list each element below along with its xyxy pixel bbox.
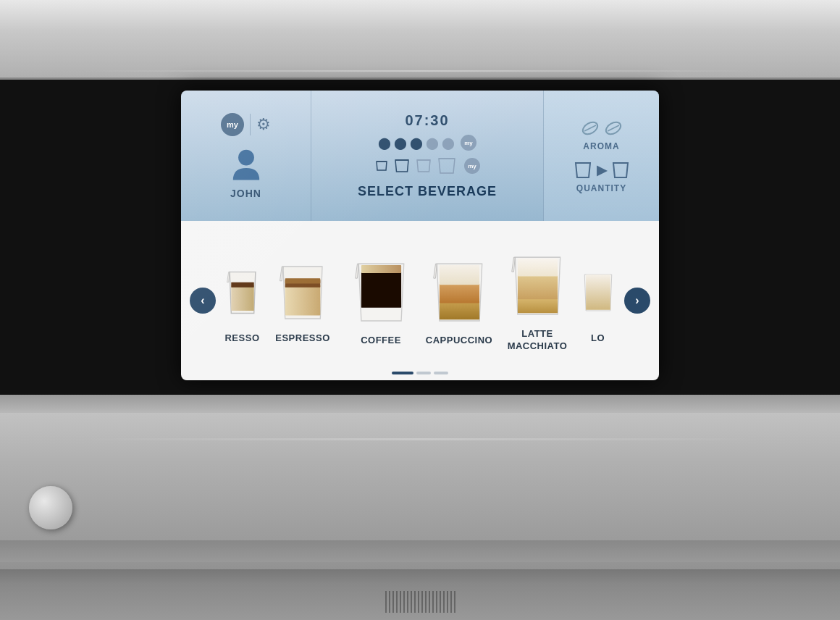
- coffee-bean-icon-2: [603, 118, 623, 138]
- beverage-item-latte-macchiato[interactable]: LATTEMACCHIATO: [498, 221, 576, 380]
- time-display: 07:30: [405, 112, 449, 129]
- bottom-vent: [0, 584, 840, 620]
- panel-divider: [250, 114, 251, 135]
- beverage-name-espresso: ESPRESSO: [275, 332, 330, 345]
- chrome-knob: [29, 486, 72, 529]
- bean-4: ⬤: [426, 136, 439, 150]
- center-panel: 07:30 ⬤ ⬤ ⬤ ⬤ ⬤ my: [311, 91, 543, 221]
- display-housing: my ⚙ JOHN 07:30: [0, 80, 840, 395]
- beverage-name-cappuccino: CAPPUCCINO: [426, 335, 492, 347]
- bean-3: ⬤: [410, 136, 423, 150]
- my-badge[interactable]: my: [221, 113, 244, 136]
- cup-size-row: my: [374, 156, 480, 175]
- user-icon-area: JOHN: [228, 147, 264, 199]
- svg-rect-20: [517, 275, 557, 299]
- carousel-prev-button[interactable]: ‹: [190, 288, 216, 314]
- user-avatar-icon: [228, 147, 264, 183]
- quantity-cups-display: ▶: [574, 160, 630, 180]
- carousel-next-button[interactable]: ›: [624, 288, 650, 314]
- beverage-name-coffee: COFFEE: [361, 335, 401, 347]
- svg-rect-18: [439, 265, 479, 285]
- aroma-dots: ⬤ ⬤ ⬤ ⬤ ⬤ my: [378, 135, 476, 151]
- beverages-list: RESSO: [181, 221, 659, 380]
- aroma-my-badge: my: [461, 135, 476, 151]
- screen: my ⚙ JOHN 07:30: [181, 91, 659, 380]
- beverage-item-coffee[interactable]: COFFEE: [342, 221, 420, 380]
- cup-espresso-icon: [274, 260, 332, 325]
- right-panel: AROMA ▶: [543, 91, 659, 221]
- cup-resso-icon: [224, 260, 261, 325]
- cup-xl-icon[interactable]: [437, 156, 457, 175]
- svg-rect-9: [231, 285, 253, 311]
- svg-rect-14: [361, 272, 400, 308]
- beverage-name-latte-macchiato: LATTEMACCHIATO: [508, 328, 568, 353]
- svg-rect-10: [231, 282, 253, 288]
- scroll-dot-2: [416, 372, 431, 374]
- cup-my-badge: my: [464, 158, 480, 174]
- user-name: JOHN: [230, 188, 261, 199]
- scroll-indicator: [392, 372, 448, 374]
- lower-top-edge: [0, 395, 840, 413]
- user-panel-top: my ⚙: [221, 113, 271, 136]
- beverage-name-resso: RESSO: [224, 332, 259, 345]
- svg-rect-16: [439, 301, 479, 319]
- lower-line-1: [84, 438, 756, 440]
- svg-point-0: [238, 149, 254, 165]
- bean-5: ⬤: [442, 136, 455, 150]
- select-beverage-label: SELECT BEVERAGE: [358, 184, 497, 199]
- beverage-item-lo[interactable]: LO: [576, 221, 619, 380]
- beverage-item-espresso[interactable]: ESPRESSO: [264, 221, 342, 380]
- svg-rect-13: [285, 278, 321, 283]
- svg-rect-21: [517, 259, 557, 276]
- beverage-item-cappuccino[interactable]: CAPPUCCINO: [420, 221, 498, 380]
- machine-top-bar: [0, 0, 840, 80]
- bean-1: ⬤: [378, 136, 391, 150]
- beverage-name-lo: LO: [591, 332, 605, 345]
- lower-detail-bar2: [0, 569, 840, 584]
- svg-rect-19: [517, 298, 557, 313]
- aroma-label: AROMA: [583, 141, 619, 151]
- coffee-bean-icon-1: [580, 118, 600, 138]
- machine-body: my ⚙ JOHN 07:30: [0, 0, 840, 620]
- cup-lo-icon: [580, 260, 616, 325]
- cup-cappuccino-icon: [429, 259, 490, 327]
- aroma-beans: [580, 118, 623, 138]
- machine-lower-body: [0, 395, 840, 620]
- cup-large-icon[interactable]: [415, 158, 432, 174]
- svg-rect-22: [586, 275, 610, 310]
- quantity-label: QUANTITY: [576, 183, 626, 193]
- quantity-cup-icon: [574, 160, 592, 180]
- gear-icon[interactable]: ⚙: [256, 115, 271, 134]
- quantity-section: ▶ QUANTITY: [574, 160, 630, 193]
- quantity-arrow: ▶: [597, 162, 607, 178]
- bean-2: ⬤: [394, 136, 407, 150]
- user-panel: my ⚙ JOHN: [181, 91, 311, 221]
- quantity-double-cup-icon: [611, 160, 630, 180]
- aroma-section: AROMA: [580, 118, 623, 151]
- cup-latte-icon: [507, 252, 568, 321]
- svg-rect-15: [361, 265, 400, 273]
- cup-medium-icon[interactable]: [393, 158, 411, 174]
- cup-small-icon[interactable]: [374, 159, 389, 173]
- beverage-carousel: ‹: [181, 221, 659, 380]
- scroll-dot-1: [392, 372, 413, 374]
- screen-top-section: my ⚙ JOHN 07:30: [181, 91, 659, 221]
- cup-coffee-icon: [350, 259, 412, 327]
- scroll-dot-3: [434, 372, 448, 374]
- svg-rect-11: [285, 285, 321, 315]
- lower-detail-bar: [0, 540, 840, 562]
- svg-rect-17: [439, 283, 479, 303]
- beverage-item-resso[interactable]: RESSO: [221, 221, 264, 380]
